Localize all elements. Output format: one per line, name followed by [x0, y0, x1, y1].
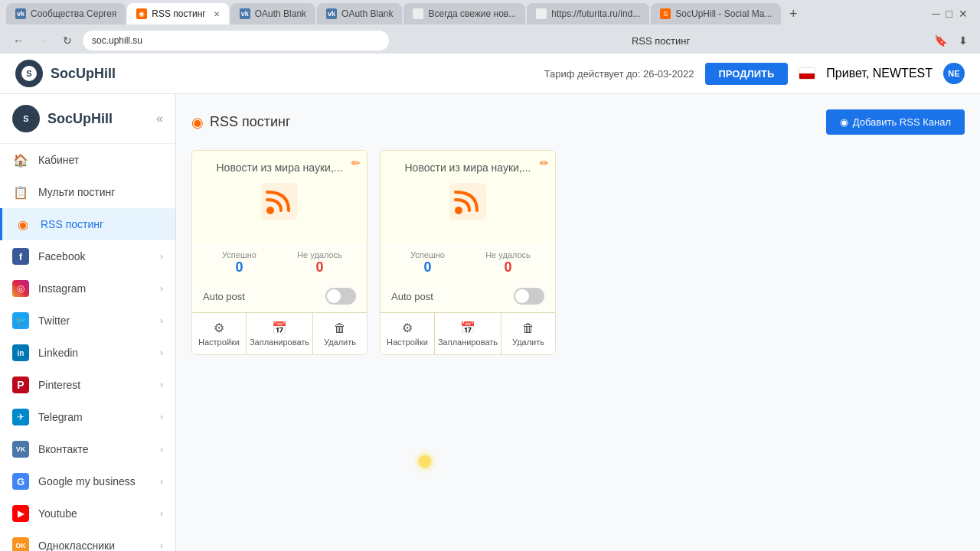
sidebar-item-youtube[interactable]: ▶ Youtube › — [0, 497, 175, 530]
card-2-stats: Успешно 0 Не удалось 0 — [381, 243, 555, 283]
reload-button[interactable]: ↻ — [58, 31, 77, 50]
sidebar-item-linkedin[interactable]: in Linkedin › — [0, 337, 175, 369]
card-1-error: Не удалось 0 — [283, 250, 356, 276]
sidebar-logo-area: S SocUpHill « — [0, 94, 175, 144]
tab-7[interactable]: S SocUpHill - Social Ma... — [651, 3, 781, 24]
card-2-success-label: Успешно — [391, 250, 464, 259]
card-1-success-value: 0 — [203, 259, 276, 276]
sidebar-item-cabinet-label: Кабинет — [38, 154, 163, 166]
tab-4[interactable]: vk OAuth Blank — [317, 3, 402, 24]
app-header: S SocUpHill Тариф действует до: 26-03-20… — [0, 54, 980, 94]
card-2-success: Успешно 0 — [391, 250, 464, 276]
sidebar-item-twitter[interactable]: 🐦 Twitter › — [0, 305, 175, 337]
pinterest-arrow-icon: › — [160, 380, 163, 390]
rss-nav-icon: ◉ — [15, 216, 31, 233]
card-2-edit-button[interactable]: ✏ — [540, 157, 549, 169]
card-2-delete-label: Удалить — [512, 337, 544, 347]
card-1-settings-button[interactable]: ⚙ Настройки — [192, 313, 247, 354]
card-1-schedule-button[interactable]: 📅 Запланировать — [247, 313, 313, 354]
page-title-rss-icon: ◉ — [191, 114, 204, 131]
tab-4-favicon: vk — [326, 8, 337, 19]
forward-button[interactable]: → — [34, 31, 52, 50]
tab-1[interactable]: vk Сообщества Сергея — [6, 3, 126, 24]
tab-6[interactable]: https://futurita.ru/ind... — [527, 3, 649, 24]
back-button[interactable]: ← — [9, 31, 28, 50]
tab-3-favicon: vk — [240, 8, 250, 19]
sidebar-item-odnoklassniki[interactable]: OK Одноклассники › — [0, 530, 175, 551]
toolbar-right: 🔖 ⬇ — [933, 33, 971, 48]
card-2-delete-icon: 🗑 — [522, 321, 534, 335]
card-2-error: Не удалось 0 — [472, 250, 544, 276]
maximize-btn[interactable]: □ — [946, 8, 952, 20]
facebook-icon: f — [12, 248, 29, 265]
sidebar-item-rss[interactable]: ◉ RSS постинг — [0, 208, 175, 240]
renew-button[interactable]: ПРОДЛИТЬ — [705, 63, 789, 85]
telegram-icon: ✈ — [12, 409, 29, 425]
tab-3[interactable]: vk OAuth Blank — [230, 3, 315, 24]
close-btn[interactable]: ✕ — [959, 8, 968, 20]
page-title-browser: RSS постинг — [395, 35, 926, 47]
sidebar-item-multi-label: Мульти постинг — [38, 186, 163, 198]
main-content: ◉ RSS постинг ◉ Добавить RSS Канал ✏ Нов… — [176, 94, 980, 551]
new-tab-button[interactable]: + — [782, 3, 804, 24]
sidebar-item-multi[interactable]: 📋 Мульти постинг — [0, 176, 175, 208]
sidebar-item-facebook[interactable]: f Facebook › — [0, 240, 175, 272]
page-header: ◉ RSS постинг ◉ Добавить RSS Канал — [191, 109, 965, 135]
card-1-schedule-label: Запланировать — [250, 337, 309, 347]
sidebar-item-pinterest[interactable]: P Pinterest › — [0, 369, 175, 401]
add-rss-button[interactable]: ◉ Добавить RSS Канал — [826, 109, 965, 135]
sidebar-item-google[interactable]: G Google my business › — [0, 465, 175, 497]
twitter-arrow-icon: › — [160, 315, 163, 326]
card-2-autopost-toggle[interactable] — [514, 288, 544, 305]
card-1-edit-button[interactable]: ✏ — [351, 157, 361, 169]
logo-text: SocUpHill — [51, 66, 116, 82]
pinterest-icon: P — [12, 377, 29, 393]
tab-5-title: Всегда свежие нов... — [428, 8, 516, 19]
linkedin-icon: in — [12, 344, 29, 361]
svg-point-4 — [266, 207, 274, 214]
linkedin-arrow-icon: › — [160, 347, 163, 358]
sidebar-collapse-button[interactable]: « — [156, 112, 163, 126]
url-bar[interactable]: soc.uphill.su — [83, 31, 389, 51]
header-right: Тариф действует до: 26-03-2022 ПРОДЛИТЬ … — [544, 63, 965, 85]
browser-chrome: vk Сообщества Сергея ◉ RSS постинг ✕ vk … — [0, 0, 980, 54]
tab-4-title: OAuth Blank — [341, 8, 393, 19]
tab-2-title: RSS постинг — [152, 8, 205, 19]
logo-area: S SocUpHill — [15, 60, 116, 87]
card-2-settings-button[interactable]: ⚙ Настройки — [381, 313, 435, 354]
svg-rect-5 — [449, 183, 486, 220]
svg-point-6 — [455, 207, 462, 214]
page-title-text: RSS постинг — [210, 114, 291, 130]
bookmark-icon[interactable]: 🔖 — [933, 33, 948, 48]
card-1-autopost-toggle[interactable] — [325, 288, 356, 305]
sidebar-item-instagram-label: Instagram — [38, 282, 151, 295]
card-2-schedule-button[interactable]: 📅 Запланировать — [435, 313, 501, 354]
card-2-autopost-label: Auto post — [391, 291, 433, 302]
minimize-btn[interactable]: ─ — [933, 8, 940, 20]
telegram-arrow-icon: › — [160, 412, 163, 422]
card-2-schedule-label: Запланировать — [438, 337, 498, 347]
sidebar-item-instagram[interactable]: ◎ Instagram › — [0, 272, 175, 305]
card-2-settings-label: Настройки — [387, 337, 428, 347]
odnoklassniki-icon: OK — [12, 537, 29, 551]
sidebar-item-cabinet[interactable]: 🏠 Кабинет — [0, 144, 175, 176]
card-1-delete-button[interactable]: 🗑 Удалить — [313, 313, 367, 354]
instagram-icon: ◎ — [12, 280, 29, 297]
sidebar-item-vkontakte[interactable]: VK Вконтакте › — [0, 433, 175, 465]
multi-icon: 📋 — [12, 184, 29, 201]
sidebar-item-telegram[interactable]: ✈ Telegram › — [0, 401, 175, 433]
tab-2-close[interactable]: ✕ — [214, 10, 220, 18]
sidebar-item-twitter-label: Twitter — [38, 315, 151, 327]
card-2-schedule-icon: 📅 — [460, 321, 475, 335]
download-icon[interactable]: ⬇ — [956, 33, 971, 48]
card-1-actions: ⚙ Настройки 📅 Запланировать 🗑 Удалить — [192, 312, 367, 354]
user-avatar[interactable]: NE — [943, 63, 965, 84]
sidebar-item-linkedin-label: Linkedin — [38, 347, 151, 359]
card-2-delete-button[interactable]: 🗑 Удалить — [501, 313, 555, 354]
sidebar-item-vkontakte-label: Вконтакте — [38, 443, 151, 455]
tab-5[interactable]: Всегда свежие нов... — [403, 3, 525, 24]
tab-7-favicon: S — [660, 8, 671, 19]
card-2-success-value: 0 — [391, 259, 464, 276]
tab-1-title: Сообщества Сергея — [31, 8, 116, 19]
tab-2[interactable]: ◉ RSS постинг ✕ — [127, 3, 228, 24]
